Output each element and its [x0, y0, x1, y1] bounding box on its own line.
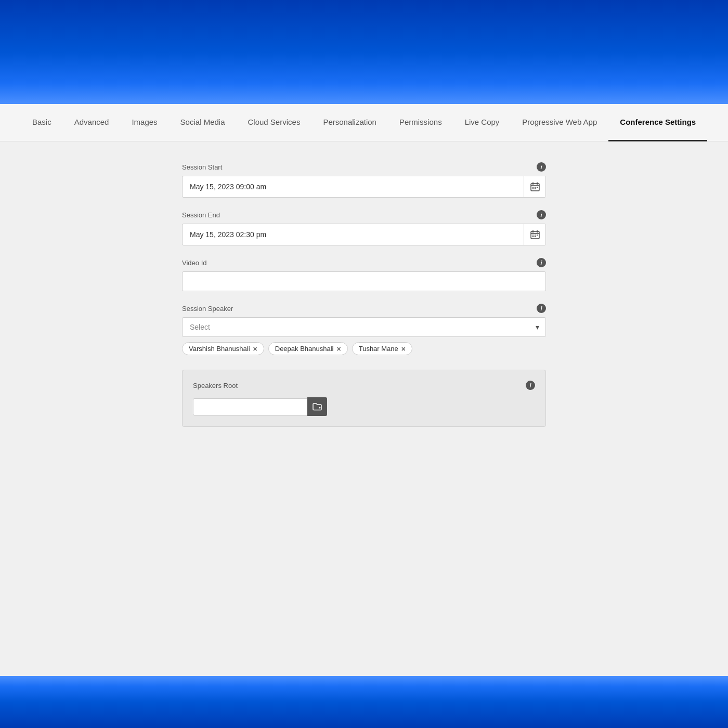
svg-rect-7: [532, 188, 534, 189]
tab-social-media[interactable]: Social Media: [169, 104, 237, 141]
speakers-root-browse-button[interactable]: [307, 397, 327, 416]
tag-tushar-close[interactable]: ×: [401, 345, 406, 353]
svg-rect-6: [537, 187, 538, 188]
session-speaker-select-display[interactable]: Select: [183, 318, 545, 336]
speakers-root-label: Speakers Root: [193, 382, 238, 389]
tab-personalization[interactable]: Personalization: [311, 104, 388, 141]
calendar-icon: [530, 182, 540, 191]
svg-rect-15: [537, 235, 538, 236]
speakers-root-input-row: [193, 397, 535, 416]
session-start-input[interactable]: [183, 177, 524, 196]
footer-gradient: [0, 676, 728, 728]
tab-bar: Basic Advanced Images Social Media Cloud…: [0, 104, 728, 141]
session-end-label: Session End: [182, 211, 220, 219]
tag-deepak-label: Deepak Bhanushali: [275, 345, 334, 353]
session-start-label-row: Session Start i: [182, 162, 546, 172]
session-end-calendar-button[interactable]: [524, 224, 545, 245]
session-speaker-tags: Varshish Bhanushali × Deepak Bhanushali …: [182, 342, 546, 355]
video-id-info-icon[interactable]: i: [537, 258, 546, 267]
tag-deepak-close[interactable]: ×: [337, 345, 341, 353]
session-speaker-label-row: Session Speaker i: [182, 304, 546, 313]
session-speaker-info-icon[interactable]: i: [537, 304, 546, 313]
tab-progressive-web-app[interactable]: Progressive Web App: [511, 104, 608, 141]
svg-point-18: [319, 407, 321, 409]
video-id-label-row: Video Id i: [182, 258, 546, 267]
session-end-group: Session End i: [182, 210, 546, 245]
tab-cloud-services[interactable]: Cloud Services: [237, 104, 312, 141]
session-start-calendar-button[interactable]: [524, 176, 545, 197]
session-speaker-select[interactable]: Select ▾: [182, 317, 546, 337]
tab-live-copy[interactable]: Live Copy: [453, 104, 511, 141]
speakers-root-label-row: Speakers Root i: [193, 381, 535, 390]
session-speaker-label: Session Speaker: [182, 305, 233, 313]
session-start-group: Session Start i: [182, 162, 546, 198]
session-start-info-icon[interactable]: i: [537, 162, 546, 172]
session-end-input-wrapper: [182, 224, 546, 245]
session-end-input[interactable]: [183, 225, 524, 244]
svg-rect-13: [532, 235, 534, 236]
video-id-label: Video Id: [182, 259, 206, 267]
session-end-info-icon[interactable]: i: [537, 210, 546, 219]
form-container: Session Start i: [182, 162, 546, 427]
tab-advanced[interactable]: Advanced: [63, 104, 121, 141]
tab-basic[interactable]: Basic: [21, 104, 63, 141]
session-speaker-group: Session Speaker i Select ▾ Varshish Bhan…: [182, 304, 546, 355]
tab-conference-settings[interactable]: Conference Settings: [608, 104, 707, 141]
video-id-input[interactable]: [182, 271, 546, 291]
svg-rect-4: [532, 187, 534, 188]
header-gradient: [0, 0, 728, 104]
folder-browse-icon: [313, 402, 322, 411]
tag-tushar-label: Tushar Mane: [359, 345, 398, 353]
session-speaker-placeholder: Select: [190, 323, 210, 331]
tag-varshish-close[interactable]: ×: [253, 345, 257, 353]
main-content: Basic Advanced Images Social Media Cloud…: [0, 104, 728, 676]
video-id-group: Video Id i: [182, 258, 546, 291]
session-end-label-row: Session End i: [182, 210, 546, 219]
svg-rect-5: [535, 187, 536, 188]
speakers-root-info-icon[interactable]: i: [526, 381, 535, 390]
session-start-input-wrapper: [182, 176, 546, 198]
tag-tushar: Tushar Mane ×: [352, 342, 412, 355]
speakers-root-box: Speakers Root i: [182, 370, 546, 427]
tag-varshish-label: Varshish Bhanushali: [189, 345, 250, 353]
tab-images[interactable]: Images: [120, 104, 168, 141]
svg-rect-8: [535, 188, 536, 189]
form-area: Session Start i: [0, 141, 728, 676]
tag-deepak: Deepak Bhanushali ×: [268, 342, 348, 355]
svg-rect-14: [535, 235, 536, 236]
svg-rect-16: [532, 236, 534, 237]
calendar-icon: [530, 230, 540, 239]
speakers-root-input[interactable]: [193, 398, 307, 415]
svg-rect-17: [535, 236, 536, 237]
session-start-label: Session Start: [182, 163, 222, 171]
tag-varshish: Varshish Bhanushali ×: [182, 342, 264, 355]
tab-permissions[interactable]: Permissions: [388, 104, 453, 141]
